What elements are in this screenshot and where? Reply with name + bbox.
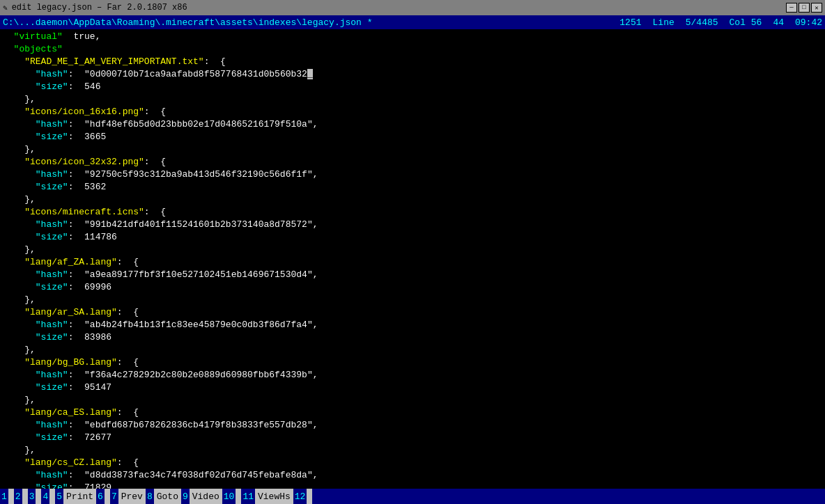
num-44: 44 [773,17,784,28]
line-14: }, [3,194,822,206]
line-18: }, [3,244,822,256]
line-19: "lang/af_ZA.lang": { [3,256,822,269]
f12-key[interactable]: 12 [293,489,313,504]
line-15: "icons/minecraft.icns": { [3,206,822,219]
line-24: "hash": "ab4b24fb41b13f1c83ee45879e0c0db… [3,319,822,331]
line-6: }, [3,93,822,106]
f2-key[interactable]: 2 [14,489,28,504]
line-2: "objects" [3,43,822,56]
line-20: "hash": "a9ea89177fbf3f10e527102451eb146… [3,269,822,281]
line-13: "size": 5362 [3,181,822,194]
line-23: "lang/ar_SA.lang": { [3,306,822,319]
minimize-button[interactable]: ─ [786,3,797,13]
line-3: "READ_ME_I_AM_VERY_IMPORTANT.txt": { [3,56,822,68]
title-bar: ✎ edit legacy.json – Far 2.0.1807 x86 ─ … [0,0,825,15]
f6-key[interactable]: 6 [96,489,110,504]
line-9: "size": 3665 [3,131,822,143]
line-32: "hash": "ebdfd687b678262836cb4179f8b3833… [3,419,822,432]
col-position: Col 56 [730,17,762,28]
line-25: "size": 83986 [3,331,822,344]
line-29: "size": 95147 [3,381,822,394]
line-26: }, [3,344,822,356]
f1-key[interactable]: 1 [0,489,14,504]
line-27: "lang/bg_BG.lang": { [3,356,822,369]
bottom-bar: 1 2 3 4 5Print 6 7Prev 8Goto 9Video 10 1… [0,489,825,504]
maximize-button[interactable]: □ [799,3,810,13]
line-31: "lang/ca_ES.lang": { [3,407,822,419]
f7-key[interactable]: 7Prev [110,489,146,504]
f9-key[interactable]: 9Video [181,489,222,504]
window-controls: ─ □ ✕ [786,3,822,13]
line-28: "hash": "f36a4c278292b2c80b2e0889d60980f… [3,369,822,381]
f5-key[interactable]: 5Print [55,489,96,504]
time-display: 09:42 [795,17,822,28]
line-22: }, [3,294,822,306]
line-37: "size": 71829 [3,482,822,489]
line-34: }, [3,444,822,457]
app-icon: ✎ [3,3,8,13]
status-bar: C:\...daemon\AppData\Roaming\.minecraft\… [0,15,825,29]
line-position: 5/4485 [686,17,718,28]
line-12: "hash": "92750c5f93c312ba9ab413d546f3219… [3,168,822,181]
line-30: }, [3,394,822,407]
line-11: "icons/icon_32x32.png": { [3,156,822,168]
f8-key[interactable]: 8Goto [146,489,181,504]
line-label: Line [653,17,674,28]
line-36: "hash": "d8dd3873fac34c74f038df02d76d745… [3,469,822,482]
f3-key[interactable]: 3 [28,489,42,504]
line-33: "size": 72677 [3,432,822,444]
f11-key[interactable]: 11ViewHs [241,489,293,504]
window-title: edit legacy.json – Far 2.0.1807 x86 [12,3,187,13]
file-path: C:\...daemon\AppData\Roaming\.minecraft\… [3,17,608,28]
line-7: "icons/icon_16x16.png": { [3,106,822,118]
line-21: "size": 69996 [3,281,822,294]
line-4: "hash": "0d000710b71ca9aafabd8f587768431… [3,68,822,81]
f4-key[interactable]: 4 [41,489,55,504]
line-16: "hash": "991b421dfd401f115241601b2b37314… [3,219,822,231]
close-button[interactable]: ✕ [811,3,822,13]
line-17: "size": 114786 [3,231,822,244]
line-8: "hash": "hdf48ef6b5d0d23bbb02e17d0486521… [3,118,822,131]
line-5: "size": 546 [3,81,822,93]
line-count: 1251 [619,17,641,28]
editor-area[interactable]: "virtual" true, "objects" "READ_ME_I_AM_… [0,29,825,489]
line-1: "virtual" true, [3,31,822,43]
line-10: }, [3,143,822,156]
line-35: "lang/cs_CZ.lang": { [3,457,822,469]
f10-key[interactable]: 10 [222,489,242,504]
